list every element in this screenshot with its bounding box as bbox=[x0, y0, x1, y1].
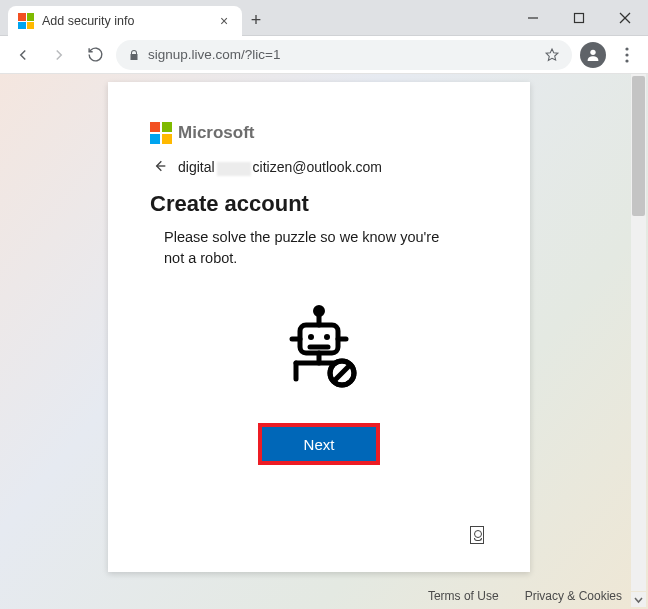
scrollbar-thumb[interactable] bbox=[632, 76, 645, 216]
microsoft-logo: Microsoft bbox=[150, 122, 488, 144]
audio-challenge-icon[interactable] bbox=[470, 526, 484, 544]
identity-email: digitalcitizen@outlook.com bbox=[178, 159, 382, 175]
signup-card: Microsoft digitalcitizen@outlook.com Cre… bbox=[108, 82, 530, 572]
minimize-button[interactable] bbox=[510, 0, 556, 35]
terms-link[interactable]: Terms of Use bbox=[428, 589, 499, 603]
new-tab-button[interactable]: + bbox=[242, 6, 270, 35]
maximize-button[interactable] bbox=[556, 0, 602, 35]
svg-point-7 bbox=[625, 59, 628, 62]
identity-row: digitalcitizen@outlook.com bbox=[150, 158, 488, 177]
window-title-bar: Add security info × + bbox=[0, 0, 648, 36]
browser-toolbar: signup.live.com/?lic=1 bbox=[0, 36, 648, 74]
svg-point-13 bbox=[308, 334, 314, 340]
browser-menu-button[interactable] bbox=[614, 47, 640, 63]
next-button-highlight: Next bbox=[258, 423, 380, 465]
url-text: signup.live.com/?lic=1 bbox=[148, 47, 536, 62]
tab-title: Add security info bbox=[42, 14, 208, 28]
identity-back-button[interactable] bbox=[152, 158, 170, 177]
instruction-text: Please solve the puzzle so we know you'r… bbox=[164, 227, 454, 269]
close-window-button[interactable] bbox=[602, 0, 648, 35]
footer-links: Terms of Use Privacy & Cookies bbox=[428, 589, 622, 603]
page-title: Create account bbox=[150, 191, 488, 217]
microsoft-favicon bbox=[18, 13, 34, 29]
privacy-link[interactable]: Privacy & Cookies bbox=[525, 589, 622, 603]
back-button[interactable] bbox=[8, 40, 38, 70]
svg-rect-1 bbox=[575, 13, 584, 22]
scrollbar-down-button[interactable] bbox=[631, 592, 646, 607]
reload-button[interactable] bbox=[80, 40, 110, 70]
address-bar[interactable]: signup.live.com/?lic=1 bbox=[116, 40, 572, 70]
svg-point-6 bbox=[625, 53, 628, 56]
scrollbar[interactable] bbox=[631, 74, 646, 591]
profile-avatar[interactable] bbox=[580, 42, 606, 68]
page-viewport: Microsoft digitalcitizen@outlook.com Cre… bbox=[0, 74, 648, 609]
redacted-segment bbox=[217, 162, 251, 176]
svg-point-14 bbox=[324, 334, 330, 340]
svg-point-5 bbox=[625, 47, 628, 50]
microsoft-wordmark: Microsoft bbox=[178, 123, 255, 143]
browser-tab[interactable]: Add security info × bbox=[8, 6, 242, 36]
microsoft-logo-icon bbox=[150, 122, 172, 144]
svg-point-4 bbox=[590, 49, 595, 54]
next-button[interactable]: Next bbox=[262, 427, 376, 461]
lock-icon bbox=[128, 48, 140, 62]
star-icon[interactable] bbox=[544, 47, 560, 63]
forward-button[interactable] bbox=[44, 40, 74, 70]
tab-close-icon[interactable]: × bbox=[216, 13, 232, 29]
window-controls bbox=[510, 0, 648, 35]
robot-captcha-icon bbox=[150, 305, 488, 389]
